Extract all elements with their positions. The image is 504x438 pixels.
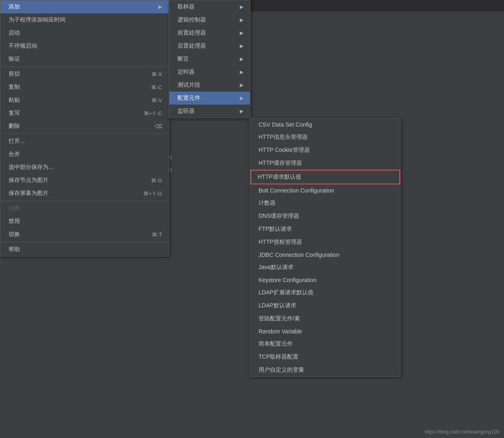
menu-item-csv-data-set[interactable]: CSV Data Set Config [250, 118, 400, 131]
menu-item-pre-processor[interactable]: 前置处理器 ▶ [169, 26, 250, 39]
menu-item-simple-config[interactable]: 简单配置元件 [250, 337, 400, 350]
secondary-context-menu: 取样器 ▶ 逻辑控制器 ▶ 前置处理器 ▶ 后置处理器 ▶ 断言 ▶ 定时器 ▶… [169, 0, 250, 118]
menu-item-ldap-default[interactable]: LDAP默认请求 [250, 299, 400, 312]
submenu-arrow-icon: ▶ [240, 95, 243, 101]
menu-item-login-config[interactable]: 登陆配置元件/素 [250, 312, 400, 325]
submenu-arrow-icon: ▶ [240, 43, 243, 49]
menu-item-save-selection[interactable]: 选中部分保存为... [0, 161, 169, 174]
menu-item-paste[interactable]: 粘贴 ⌘-V [0, 94, 169, 107]
menu-item-help[interactable]: 帮助 [0, 243, 169, 256]
divider-2 [0, 134, 169, 134]
shortcut-save-node: ⌘-G [151, 177, 162, 184]
submenu-arrow-icon: ▶ [240, 108, 243, 114]
menu-item-ldap-ext-defaults[interactable]: LDAP扩展请求默认值 [250, 286, 400, 299]
submenu-arrow-icon: ▶ [240, 82, 243, 88]
submenu-arrow-icon: ▶ [240, 17, 243, 23]
submenu-arrow-icon: ▶ [240, 30, 243, 36]
menu-item-logic-controller[interactable]: 逻辑控制器 ▶ [169, 13, 250, 26]
menu-item-tcp-sampler-config[interactable]: TCP取样器配置 [250, 350, 400, 364]
shortcut-delete: ⌫ [155, 123, 162, 129]
menu-item-merge[interactable]: 合并 [0, 148, 169, 161]
menu-item-disable[interactable]: 禁用 [0, 215, 169, 228]
shortcut-rewrite: ⌘+⇧-C [144, 110, 162, 116]
menu-item-open[interactable]: 打开... [0, 135, 169, 148]
shortcut-copy: ⌘-C [151, 84, 162, 90]
menu-item-keystore-config[interactable]: Keystore Configuration [250, 274, 400, 286]
divider-3 [0, 201, 169, 201]
menu-item-save-node-img[interactable]: 保存节点为图片 ⌘-G [0, 174, 169, 187]
menu-item-config-element[interactable]: 配置元件 ▶ [169, 92, 250, 105]
menu-item-sampler[interactable]: 取样器 ▶ [169, 0, 250, 13]
submenu-arrow-icon: ▶ [158, 4, 162, 10]
menu-item-copy[interactable]: 复制 ⌘-C [0, 81, 169, 94]
menu-item-toggle[interactable]: 切换 ⌘-T [0, 228, 169, 241]
menu-item-verify[interactable]: 验证 [0, 53, 169, 66]
menu-item-add[interactable]: 添加 ▶ [0, 0, 169, 13]
menu-item-random-variable[interactable]: Random Variable [250, 325, 400, 337]
tertiary-context-menu: CSV Data Set Config HTTP信息头管理器 HTTP Cook… [250, 118, 401, 377]
shortcut-toggle: ⌘-T [152, 232, 162, 238]
shortcut-paste: ⌘-V [151, 97, 162, 103]
menu-item-http-cookie-manager[interactable]: HTTP Cookie管理器 [250, 144, 400, 157]
menu-item-jdbc-connection[interactable]: JDBC Connection Configuration [250, 249, 400, 261]
divider-1 [0, 66, 169, 67]
primary-context-menu: 添加 ▶ 为子程序添加响应时间 启动 不停顿启动 验证 剪切 ⌘-X 复制 ⌘-… [0, 0, 169, 256]
menu-item-http-header-manager[interactable]: HTTP信息头管理器 [250, 131, 400, 144]
menu-item-delete[interactable]: 删除 ⌫ [0, 120, 169, 133]
menu-item-http-request-defaults[interactable]: HTTP请求默认值 [250, 170, 400, 184]
menu-item-http-cache-manager[interactable]: HTTP缓存管理器 [250, 157, 400, 170]
watermark: https://blog.csdn.net/kuangshp128 [425, 429, 499, 435]
divider-4 [0, 242, 169, 242]
menu-item-assertion[interactable]: 断言 ▶ [169, 53, 250, 66]
menu-item-post-processor[interactable]: 后置处理器 ▶ [169, 39, 250, 53]
menu-item-java-default-request[interactable]: Java默认请求 [250, 261, 400, 274]
submenu-arrow-icon: ▶ [240, 4, 243, 10]
menu-item-user-defined-vars[interactable]: 用户自定义的变量 [250, 364, 400, 377]
menu-item-dns-cache-manager[interactable]: DNS缓存管理器 [250, 210, 400, 223]
menu-item-save-screen-img[interactable]: 保存屏幕为图片 ⌘+⇧-G [0, 187, 169, 200]
menu-item-cut[interactable]: 剪切 ⌘-X [0, 68, 169, 81]
menu-item-listener[interactable]: 监听器 ▶ [169, 105, 250, 118]
shortcut-save-screen: ⌘+⇧-G [143, 191, 162, 197]
menu-item-http-auth-manager[interactable]: HTTP授权管理器 [250, 236, 400, 249]
menu-item-add-response-time[interactable]: 为子程序添加响应时间 [0, 13, 169, 26]
menu-item-timer[interactable]: 定时器 ▶ [169, 66, 250, 79]
menu-item-counter[interactable]: 计数器 [250, 197, 400, 210]
submenu-arrow-icon: ▶ [240, 69, 243, 75]
menu-item-enable: 启用 [0, 202, 169, 215]
menu-item-test-fragment[interactable]: 测试片段 ▶ [169, 79, 250, 92]
menu-item-start[interactable]: 启动 [0, 26, 169, 39]
menu-item-start-no-pause[interactable]: 不停顿启动 [0, 39, 169, 53]
menu-item-bolt-connection[interactable]: Bolt Connection Configuration [250, 184, 400, 197]
submenu-arrow-icon: ▶ [240, 56, 243, 62]
menu-item-rewrite[interactable]: 复写 ⌘+⇧-C [0, 107, 169, 120]
menu-item-ftp-default-request[interactable]: FTP默认请求 [250, 223, 400, 236]
shortcut-cut: ⌘-X [151, 71, 162, 77]
